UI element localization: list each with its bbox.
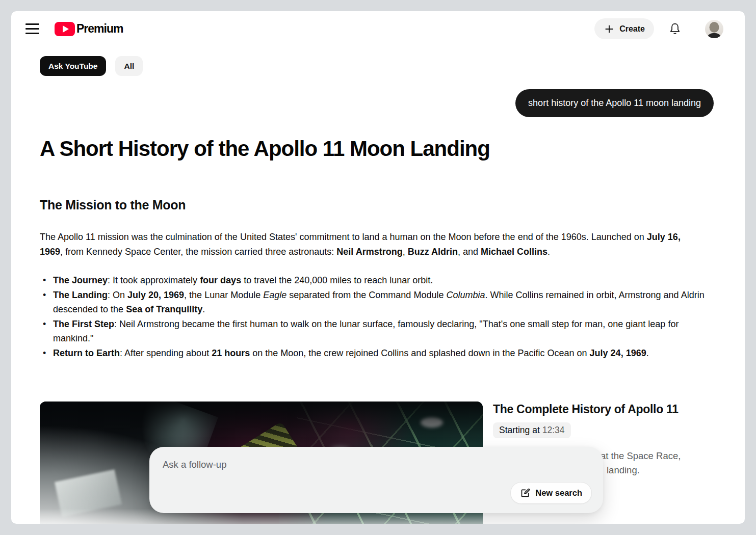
new-search-label: New search	[535, 488, 582, 498]
video-title-link[interactable]: The Complete History of Apollo 11	[493, 403, 712, 416]
answer-article: A Short History of the Apollo 11 Moon La…	[40, 137, 745, 360]
list-item: Return to Earth: After spending about 21…	[40, 346, 714, 361]
timestamp-value: 12:34	[542, 425, 565, 436]
chip-ask-youtube[interactable]: Ask YouTube	[40, 56, 106, 76]
answer-title: A Short History of the Apollo 11 Moon La…	[40, 137, 745, 161]
starting-at-label: Starting at	[499, 425, 540, 436]
notifications-bell-icon[interactable]	[668, 22, 682, 36]
new-search-button[interactable]: New search	[510, 482, 592, 504]
chat-row: short history of the Apollo 11 moon land…	[11, 89, 745, 117]
section-heading: The Mission to the Moon	[40, 198, 745, 212]
filter-chips: Ask YouTube All	[40, 56, 745, 76]
youtube-app-window: Premium Create Ask YouTube All short his…	[11, 11, 745, 524]
compose-icon	[520, 488, 531, 498]
list-item: The First Step: Neil Armstrong became th…	[40, 317, 714, 346]
avatar-head-shape	[710, 22, 719, 33]
brand-label: Premium	[76, 22, 123, 36]
list-item: The Journey: It took approximately four …	[40, 273, 714, 288]
user-query-bubble: short history of the Apollo 11 moon land…	[515, 89, 714, 117]
follow-up-panel: New search	[149, 447, 603, 513]
create-button[interactable]: Create	[594, 18, 654, 39]
list-item: The Landing: On July 20, 1969, the Lunar…	[40, 288, 714, 317]
account-avatar[interactable]	[705, 20, 723, 38]
follow-up-input[interactable]	[163, 459, 506, 485]
video-description-fragment: at the Space Race,	[601, 450, 681, 462]
key-points-list: The Journey: It took approximately four …	[40, 273, 714, 360]
hamburger-menu-icon[interactable]	[25, 19, 46, 39]
avatar-shoulders-shape	[707, 33, 722, 38]
plus-icon	[604, 23, 615, 35]
top-bar-actions: Create	[594, 18, 723, 39]
video-description-fragment: landing.	[607, 465, 640, 476]
timestamp-badge[interactable]: Starting at 12:34	[493, 422, 571, 438]
chip-all[interactable]: All	[115, 56, 143, 76]
create-button-label: Create	[619, 24, 645, 34]
intro-paragraph: The Apollo 11 mission was the culminatio…	[40, 230, 692, 259]
youtube-premium-logo[interactable]: Premium	[55, 22, 123, 36]
youtube-play-icon	[55, 22, 75, 36]
top-bar: Premium Create	[11, 11, 745, 40]
